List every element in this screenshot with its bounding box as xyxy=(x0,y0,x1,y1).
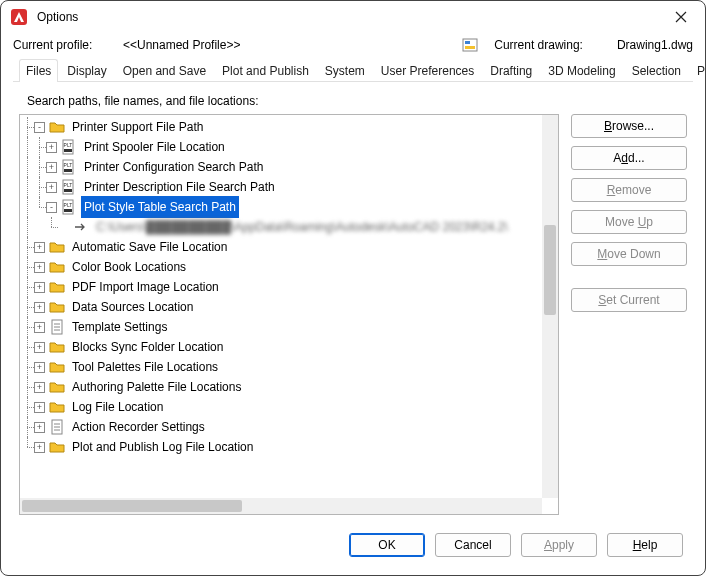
collapse-icon[interactable]: - xyxy=(46,202,57,213)
tree-pane: -Printer Support File Path+PLTPrint Spoo… xyxy=(19,114,559,515)
expand-icon[interactable]: + xyxy=(34,402,45,413)
plt-icon: PLT xyxy=(61,139,77,155)
profile-row: Current profile: <<Unnamed Profile>> Cur… xyxy=(1,33,705,55)
plt-icon: PLT xyxy=(61,199,77,215)
tree-node[interactable]: +Color Book Locations xyxy=(22,257,558,277)
tree-node-label: Blocks Sync Folder Location xyxy=(69,336,226,358)
svg-rect-14 xyxy=(64,209,72,212)
tree-node[interactable]: +PLTPrint Spooler File Location xyxy=(22,137,558,157)
tree-node[interactable]: +Blocks Sync Folder Location xyxy=(22,337,558,357)
svg-rect-11 xyxy=(64,189,72,192)
options-dialog: Options Current profile: <<Unnamed Profi… xyxy=(0,0,706,576)
tree-node-label: PDF Import Image Location xyxy=(69,276,222,298)
tree-node[interactable]: +PLTPrinter Configuration Search Path xyxy=(22,157,558,177)
svg-rect-1 xyxy=(463,39,477,51)
remove-button[interactable]: Remove xyxy=(571,178,687,202)
tree-node-label: Printer Description File Search Path xyxy=(81,176,278,198)
tree-node-label: Print Spooler File Location xyxy=(81,136,228,158)
help-button[interactable]: Help xyxy=(607,533,683,557)
folder-icon xyxy=(49,379,65,395)
tree-node-label: Log File Location xyxy=(69,396,166,418)
app-logo-icon xyxy=(9,7,29,27)
folder-icon xyxy=(49,399,65,415)
expand-icon[interactable]: + xyxy=(34,322,45,333)
doc-icon xyxy=(49,419,65,435)
expand-icon[interactable]: + xyxy=(34,282,45,293)
expand-icon[interactable]: + xyxy=(34,242,45,253)
expand-icon[interactable]: + xyxy=(34,422,45,433)
vertical-scrollbar[interactable] xyxy=(542,115,558,498)
tab-selection[interactable]: Selection xyxy=(625,59,688,82)
tab-system[interactable]: System xyxy=(318,59,372,82)
tree-node-label: Automatic Save File Location xyxy=(69,236,230,258)
expand-icon[interactable]: + xyxy=(34,342,45,353)
svg-text:PLT: PLT xyxy=(64,162,73,168)
expand-icon[interactable]: + xyxy=(46,162,57,173)
tree-node[interactable]: +PDF Import Image Location xyxy=(22,277,558,297)
tree-node[interactable]: -PLTPlot Style Table Search Path xyxy=(22,197,558,217)
tab-files[interactable]: Files xyxy=(19,59,58,82)
expand-icon[interactable]: + xyxy=(34,362,45,373)
expand-icon[interactable]: + xyxy=(46,182,57,193)
tree-node[interactable]: -Printer Support File Path xyxy=(22,117,558,137)
titlebar: Options xyxy=(1,1,705,33)
tree[interactable]: -Printer Support File Path+PLTPrint Spoo… xyxy=(20,115,558,459)
add-button[interactable]: Add... xyxy=(571,146,687,170)
tree-node[interactable]: +Plot and Publish Log File Location xyxy=(22,437,558,457)
tab-plot-and-publish[interactable]: Plot and Publish xyxy=(215,59,316,82)
tree-node[interactable]: +Data Sources Location xyxy=(22,297,558,317)
svg-text:PLT: PLT xyxy=(64,142,73,148)
arrow-icon xyxy=(73,219,89,235)
tree-node[interactable]: +Action Recorder Settings xyxy=(22,417,558,437)
tree-node-label: Data Sources Location xyxy=(69,296,196,318)
tree-node-label: C:\Users\██████████\AppData\Roaming\Auto… xyxy=(93,216,511,238)
svg-rect-3 xyxy=(465,46,475,49)
moveup-button[interactable]: Move Up xyxy=(571,210,687,234)
folder-icon xyxy=(49,439,65,455)
horizontal-scrollbar[interactable] xyxy=(20,498,542,514)
plt-icon: PLT xyxy=(61,159,77,175)
window-title: Options xyxy=(37,10,661,24)
tree-node-label: Template Settings xyxy=(69,316,170,338)
expand-icon[interactable]: + xyxy=(34,442,45,453)
tab-drafting[interactable]: Drafting xyxy=(483,59,539,82)
svg-text:PLT: PLT xyxy=(64,202,73,208)
tab-3d-modeling[interactable]: 3D Modeling xyxy=(541,59,622,82)
tree-node-label: Color Book Locations xyxy=(69,256,189,278)
svg-rect-2 xyxy=(465,41,470,44)
current-drawing-value: Drawing1.dwg xyxy=(617,38,693,52)
tree-node[interactable]: +PLTPrinter Description File Search Path xyxy=(22,177,558,197)
tree-node[interactable]: +Template Settings xyxy=(22,317,558,337)
tree-node[interactable]: +Tool Palettes File Locations xyxy=(22,357,558,377)
tabbar: FilesDisplayOpen and SavePlot and Publis… xyxy=(1,55,705,82)
tab-profiles[interactable]: Profiles xyxy=(690,59,706,82)
expand-icon[interactable]: + xyxy=(46,142,57,153)
expand-icon[interactable]: + xyxy=(34,262,45,273)
expand-icon[interactable]: + xyxy=(34,382,45,393)
expand-icon[interactable]: + xyxy=(34,302,45,313)
cancel-button[interactable]: Cancel xyxy=(435,533,511,557)
folder-icon xyxy=(49,119,65,135)
browse-button[interactable]: Browse... xyxy=(571,114,687,138)
ok-button[interactable]: OK xyxy=(349,533,425,557)
setcurrent-button[interactable]: Set Current xyxy=(571,288,687,312)
tree-node-label: Authoring Palette File Locations xyxy=(69,376,244,398)
collapse-icon[interactable]: - xyxy=(34,122,45,133)
movedown-button[interactable]: Move Down xyxy=(571,242,687,266)
tree-node-label: Plot Style Table Search Path xyxy=(81,196,239,218)
close-button[interactable] xyxy=(661,3,701,31)
tree-node[interactable]: +Automatic Save File Location xyxy=(22,237,558,257)
tree-node[interactable]: C:\Users\██████████\AppData\Roaming\Auto… xyxy=(22,217,558,237)
apply-button[interactable]: Apply xyxy=(521,533,597,557)
tree-node[interactable]: +Log File Location xyxy=(22,397,558,417)
tree-node-label: Printer Support File Path xyxy=(69,116,206,138)
svg-text:PLT: PLT xyxy=(64,182,73,188)
tab-open-and-save[interactable]: Open and Save xyxy=(116,59,213,82)
svg-rect-8 xyxy=(64,169,72,172)
tab-user-preferences[interactable]: User Preferences xyxy=(374,59,481,82)
tree-node[interactable]: +Authoring Palette File Locations xyxy=(22,377,558,397)
tab-display[interactable]: Display xyxy=(60,59,113,82)
current-profile-value: <<Unnamed Profile>> xyxy=(123,38,363,52)
dwg-icon xyxy=(462,37,478,53)
current-drawing-label: Current drawing: xyxy=(494,38,583,52)
